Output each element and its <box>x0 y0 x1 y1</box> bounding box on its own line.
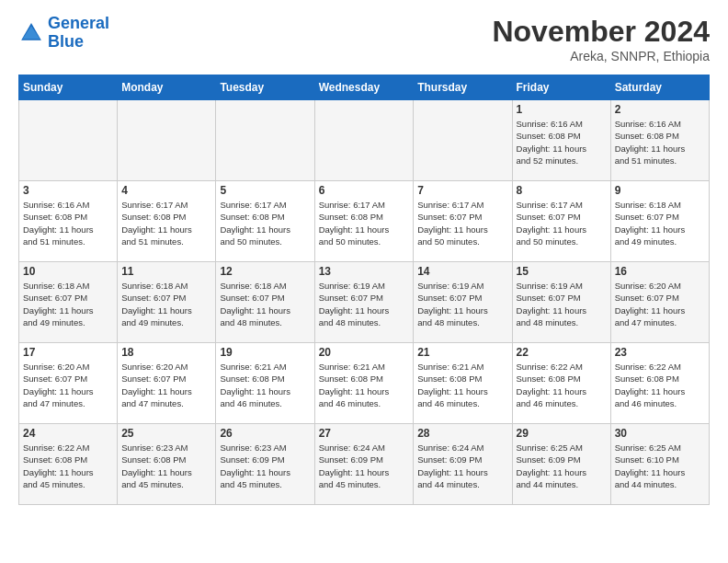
calendar-day-cell: 26Sunrise: 6:23 AM Sunset: 6:09 PM Dayli… <box>216 424 314 505</box>
day-info: Sunrise: 6:20 AM Sunset: 6:07 PM Dayligh… <box>23 361 113 409</box>
day-number: 16 <box>615 265 705 278</box>
day-number: 14 <box>417 265 507 278</box>
month-title: November 2024 <box>492 15 710 49</box>
day-info: Sunrise: 6:21 AM Sunset: 6:08 PM Dayligh… <box>220 361 310 409</box>
day-number: 1 <box>517 103 607 116</box>
calendar-day-cell: 6Sunrise: 6:17 AM Sunset: 6:08 PM Daylig… <box>314 181 414 262</box>
day-number: 7 <box>417 184 507 197</box>
weekday-header: Sunday <box>19 75 118 100</box>
day-info: Sunrise: 6:17 AM Sunset: 6:08 PM Dayligh… <box>121 199 211 247</box>
day-number: 20 <box>319 346 410 359</box>
day-info: Sunrise: 6:19 AM Sunset: 6:07 PM Dayligh… <box>417 280 507 328</box>
day-info: Sunrise: 6:18 AM Sunset: 6:07 PM Dayligh… <box>121 280 211 328</box>
day-number: 3 <box>23 184 113 197</box>
calendar-day-cell: 17Sunrise: 6:20 AM Sunset: 6:07 PM Dayli… <box>19 343 118 424</box>
day-info: Sunrise: 6:20 AM Sunset: 6:07 PM Dayligh… <box>121 361 211 409</box>
calendar-day-cell: 14Sunrise: 6:19 AM Sunset: 6:07 PM Dayli… <box>414 262 512 343</box>
day-number: 27 <box>319 427 410 440</box>
weekday-header: Friday <box>512 75 610 100</box>
calendar-day-cell: 1Sunrise: 6:16 AM Sunset: 6:08 PM Daylig… <box>512 100 610 181</box>
day-info: Sunrise: 6:23 AM Sunset: 6:09 PM Dayligh… <box>220 442 310 490</box>
day-info: Sunrise: 6:21 AM Sunset: 6:08 PM Dayligh… <box>319 361 410 409</box>
day-number: 4 <box>121 184 211 197</box>
day-info: Sunrise: 6:22 AM Sunset: 6:08 PM Dayligh… <box>517 361 607 409</box>
calendar-day-cell: 21Sunrise: 6:21 AM Sunset: 6:08 PM Dayli… <box>414 343 512 424</box>
calendar-body: 1Sunrise: 6:16 AM Sunset: 6:08 PM Daylig… <box>19 100 710 505</box>
day-number: 13 <box>319 265 410 278</box>
day-number: 12 <box>220 265 310 278</box>
day-info: Sunrise: 6:18 AM Sunset: 6:07 PM Dayligh… <box>23 280 113 328</box>
calendar-week-row: 3Sunrise: 6:16 AM Sunset: 6:08 PM Daylig… <box>19 181 710 262</box>
calendar-day-cell: 18Sunrise: 6:20 AM Sunset: 6:07 PM Dayli… <box>118 343 216 424</box>
weekday-header: Thursday <box>414 75 512 100</box>
calendar-day-cell <box>216 100 314 181</box>
logo-text: General Blue <box>48 15 109 52</box>
calendar-day-cell: 28Sunrise: 6:24 AM Sunset: 6:09 PM Dayli… <box>414 424 512 505</box>
calendar-day-cell: 10Sunrise: 6:18 AM Sunset: 6:07 PM Dayli… <box>19 262 118 343</box>
location: Areka, SNNPR, Ethiopia <box>492 49 710 63</box>
day-info: Sunrise: 6:23 AM Sunset: 6:08 PM Dayligh… <box>121 442 211 490</box>
calendar-week-row: 1Sunrise: 6:16 AM Sunset: 6:08 PM Daylig… <box>19 100 710 181</box>
logo-icon <box>18 20 44 46</box>
day-info: Sunrise: 6:16 AM Sunset: 6:08 PM Dayligh… <box>23 199 113 247</box>
calendar-day-cell: 16Sunrise: 6:20 AM Sunset: 6:07 PM Dayli… <box>610 262 709 343</box>
calendar-table: SundayMondayTuesdayWednesdayThursdayFrid… <box>18 75 710 505</box>
page: General Blue November 2024 Areka, SNNPR,… <box>0 0 728 523</box>
calendar-week-row: 10Sunrise: 6:18 AM Sunset: 6:07 PM Dayli… <box>19 262 710 343</box>
calendar-day-cell <box>414 100 512 181</box>
day-number: 2 <box>615 103 705 116</box>
day-info: Sunrise: 6:25 AM Sunset: 6:09 PM Dayligh… <box>517 442 607 490</box>
svg-marker-1 <box>23 26 40 39</box>
weekday-header: Saturday <box>610 75 709 100</box>
calendar-day-cell: 8Sunrise: 6:17 AM Sunset: 6:07 PM Daylig… <box>512 181 610 262</box>
calendar-day-cell: 20Sunrise: 6:21 AM Sunset: 6:08 PM Dayli… <box>314 343 414 424</box>
calendar-day-cell: 25Sunrise: 6:23 AM Sunset: 6:08 PM Dayli… <box>118 424 216 505</box>
day-number: 15 <box>517 265 607 278</box>
day-number: 10 <box>23 265 113 278</box>
calendar-day-cell: 29Sunrise: 6:25 AM Sunset: 6:09 PM Dayli… <box>512 424 610 505</box>
day-number: 11 <box>121 265 211 278</box>
calendar-day-cell: 19Sunrise: 6:21 AM Sunset: 6:08 PM Dayli… <box>216 343 314 424</box>
day-number: 18 <box>121 346 211 359</box>
day-info: Sunrise: 6:16 AM Sunset: 6:08 PM Dayligh… <box>517 118 607 167</box>
day-info: Sunrise: 6:25 AM Sunset: 6:10 PM Dayligh… <box>615 442 705 490</box>
calendar-day-cell: 22Sunrise: 6:22 AM Sunset: 6:08 PM Dayli… <box>512 343 610 424</box>
calendar-day-cell <box>19 100 118 181</box>
day-number: 5 <box>220 184 310 197</box>
day-number: 28 <box>417 427 507 440</box>
calendar-day-cell: 7Sunrise: 6:17 AM Sunset: 6:07 PM Daylig… <box>414 181 512 262</box>
day-number: 8 <box>517 184 607 197</box>
day-number: 24 <box>23 427 113 440</box>
calendar-day-cell: 23Sunrise: 6:22 AM Sunset: 6:08 PM Dayli… <box>610 343 709 424</box>
calendar-day-cell: 9Sunrise: 6:18 AM Sunset: 6:07 PM Daylig… <box>610 181 709 262</box>
weekday-header: Wednesday <box>314 75 414 100</box>
logo-line2: Blue <box>48 32 84 51</box>
day-info: Sunrise: 6:22 AM Sunset: 6:08 PM Dayligh… <box>615 361 705 409</box>
day-info: Sunrise: 6:24 AM Sunset: 6:09 PM Dayligh… <box>319 442 410 490</box>
day-info: Sunrise: 6:17 AM Sunset: 6:08 PM Dayligh… <box>319 199 410 247</box>
day-info: Sunrise: 6:20 AM Sunset: 6:07 PM Dayligh… <box>615 280 705 328</box>
day-info: Sunrise: 6:17 AM Sunset: 6:07 PM Dayligh… <box>517 199 607 247</box>
calendar-day-cell: 24Sunrise: 6:22 AM Sunset: 6:08 PM Dayli… <box>19 424 118 505</box>
calendar-day-cell: 4Sunrise: 6:17 AM Sunset: 6:08 PM Daylig… <box>118 181 216 262</box>
day-info: Sunrise: 6:18 AM Sunset: 6:07 PM Dayligh… <box>220 280 310 328</box>
day-number: 26 <box>220 427 310 440</box>
day-info: Sunrise: 6:19 AM Sunset: 6:07 PM Dayligh… <box>319 280 410 328</box>
calendar-day-cell <box>118 100 216 181</box>
calendar-week-row: 17Sunrise: 6:20 AM Sunset: 6:07 PM Dayli… <box>19 343 710 424</box>
calendar-week-row: 24Sunrise: 6:22 AM Sunset: 6:08 PM Dayli… <box>19 424 710 505</box>
calendar-day-cell: 13Sunrise: 6:19 AM Sunset: 6:07 PM Dayli… <box>314 262 414 343</box>
day-number: 9 <box>615 184 705 197</box>
header: General Blue November 2024 Areka, SNNPR,… <box>18 15 710 63</box>
calendar-day-cell: 30Sunrise: 6:25 AM Sunset: 6:10 PM Dayli… <box>610 424 709 505</box>
day-info: Sunrise: 6:18 AM Sunset: 6:07 PM Dayligh… <box>615 199 705 247</box>
weekday-header: Monday <box>118 75 216 100</box>
day-number: 29 <box>517 427 607 440</box>
day-info: Sunrise: 6:17 AM Sunset: 6:08 PM Dayligh… <box>220 199 310 247</box>
day-number: 19 <box>220 346 310 359</box>
weekday-header-row: SundayMondayTuesdayWednesdayThursdayFrid… <box>19 75 710 100</box>
calendar-day-cell: 2Sunrise: 6:16 AM Sunset: 6:08 PM Daylig… <box>610 100 709 181</box>
day-info: Sunrise: 6:24 AM Sunset: 6:09 PM Dayligh… <box>417 442 507 490</box>
day-info: Sunrise: 6:21 AM Sunset: 6:08 PM Dayligh… <box>417 361 507 409</box>
day-number: 17 <box>23 346 113 359</box>
